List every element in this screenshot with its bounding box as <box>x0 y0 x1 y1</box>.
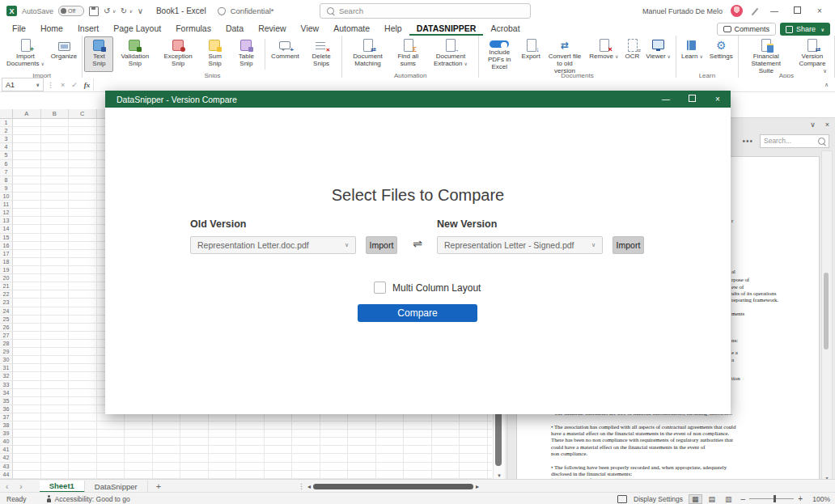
new-sheet-button[interactable]: + <box>148 481 169 491</box>
namebox-handle-icon[interactable]: ⋮ <box>44 81 57 89</box>
cell-B26[interactable] <box>41 324 70 332</box>
find-all-sums-button[interactable]: ΣFind all sums <box>392 36 425 72</box>
cell-F44[interactable] <box>153 471 181 479</box>
panel-chevron-down-icon[interactable]: ∨ <box>810 121 816 129</box>
scroll-right-icon[interactable]: ▸ <box>476 483 479 490</box>
cell-A19[interactable] <box>13 266 41 274</box>
cell-O39[interactable] <box>404 430 432 438</box>
cell-B16[interactable] <box>41 242 70 250</box>
cell-M41[interactable] <box>348 446 376 454</box>
cell-A30[interactable] <box>13 356 41 364</box>
row-header-41[interactable]: 41 <box>0 446 13 454</box>
zoom-in-icon[interactable]: + <box>798 494 803 503</box>
cell-I41[interactable] <box>236 446 265 454</box>
accessibility-status[interactable]: Accessibility: Good to go <box>55 495 130 503</box>
comments-button[interactable]: Comments <box>717 23 777 36</box>
cell-A9[interactable] <box>13 184 41 193</box>
cell-B38[interactable] <box>41 421 70 430</box>
cell-B32[interactable] <box>41 372 70 380</box>
cell-L44[interactable] <box>320 471 349 479</box>
cell-K41[interactable] <box>292 446 320 454</box>
cell-C27[interactable] <box>69 332 97 340</box>
cell-Q40[interactable] <box>460 438 488 446</box>
cell-C29[interactable] <box>69 348 97 356</box>
cell-R38[interactable] <box>488 421 493 430</box>
cell-N42[interactable] <box>376 454 405 462</box>
row-header-18[interactable]: 18 <box>0 258 13 266</box>
cell-A5[interactable] <box>13 151 41 159</box>
cell-B33[interactable] <box>41 381 70 389</box>
new-version-select[interactable]: Representation Letter - Signed.pdf ∨ <box>437 236 603 254</box>
cell-H41[interactable] <box>209 446 237 454</box>
cell-L42[interactable] <box>320 454 349 462</box>
ocr-button[interactable]: ≡OCR <box>621 36 642 72</box>
cell-B21[interactable] <box>41 282 70 290</box>
cell-C31[interactable] <box>69 364 97 372</box>
cell-C4[interactable] <box>69 143 97 151</box>
import-documents-button[interactable]: +Import Documents∨ <box>3 36 48 72</box>
exception-snip-button[interactable]: ×Exception Snip <box>156 36 199 72</box>
cell-R44[interactable] <box>488 471 493 479</box>
sheet-tab-datasnipper[interactable]: DataSnipper <box>85 481 148 493</box>
cell-H37[interactable] <box>209 413 237 421</box>
cell-E40[interactable] <box>125 438 153 446</box>
cell-H44[interactable] <box>209 471 237 479</box>
row-header-33[interactable]: 33 <box>0 381 13 389</box>
cell-J43[interactable] <box>265 463 293 471</box>
cell-K43[interactable] <box>292 463 320 471</box>
cell-B29[interactable] <box>41 348 70 356</box>
cell-G42[interactable] <box>180 454 209 462</box>
cell-G37[interactable] <box>180 413 209 421</box>
row-header-19[interactable]: 19 <box>0 266 13 274</box>
dialog-maximize-button[interactable] <box>679 95 705 104</box>
cell-D43[interactable] <box>97 463 125 471</box>
cell-A29[interactable] <box>13 348 41 356</box>
row-header-7[interactable]: 7 <box>0 168 13 176</box>
cell-L41[interactable] <box>320 446 349 454</box>
row-header-14[interactable]: 14 <box>0 225 13 233</box>
cell-O41[interactable] <box>404 446 432 454</box>
cell-N40[interactable] <box>376 438 405 446</box>
cell-A7[interactable] <box>13 168 41 176</box>
panel-vertical-scrollbar[interactable]: ▾ <box>821 150 833 481</box>
row-header-21[interactable]: 21 <box>0 282 13 290</box>
cell-C13[interactable] <box>69 217 97 225</box>
cell-P38[interactable] <box>432 421 460 430</box>
row-header-34[interactable]: 34 <box>0 389 13 397</box>
cell-K37[interactable] <box>292 413 320 421</box>
cell-I37[interactable] <box>236 413 265 421</box>
row-header-40[interactable]: 40 <box>0 438 13 446</box>
scrollbar-splitter-icon[interactable]: ⋮ <box>298 482 305 490</box>
row-header-36[interactable]: 36 <box>0 405 13 413</box>
collapse-ribbon-icon[interactable]: ∨ <box>823 68 827 74</box>
cell-A24[interactable] <box>13 307 41 316</box>
cell-A25[interactable] <box>13 316 41 324</box>
row-header-43[interactable]: 43 <box>0 463 13 471</box>
cell-G41[interactable] <box>180 446 209 454</box>
row-header-16[interactable]: 16 <box>0 242 13 250</box>
cell-A28[interactable] <box>13 340 41 348</box>
cell-C16[interactable] <box>69 242 97 250</box>
ribbon-tab-insert[interactable]: Insert <box>70 22 106 36</box>
organize-button[interactable]: Organize <box>48 36 80 72</box>
cell-L38[interactable] <box>320 421 349 430</box>
validation-snip-button[interactable]: ✓Validation Snip <box>113 36 156 72</box>
cell-A32[interactable] <box>13 372 41 380</box>
cell-P37[interactable] <box>432 413 460 421</box>
cell-E44[interactable] <box>125 471 153 479</box>
next-sheet-icon[interactable]: › <box>14 482 28 491</box>
normal-view-icon[interactable]: ▦ <box>689 495 701 503</box>
page-layout-view-icon[interactable]: ▤ <box>706 495 718 503</box>
ribbon-tab-data[interactable]: Data <box>218 22 251 36</box>
cell-F38[interactable] <box>153 421 181 430</box>
cell-C14[interactable] <box>69 225 97 233</box>
cell-D44[interactable] <box>97 471 125 479</box>
cell-L43[interactable] <box>320 463 349 471</box>
cell-G39[interactable] <box>180 430 209 438</box>
cell-R41[interactable] <box>488 446 493 454</box>
ribbon-tab-formulas[interactable]: Formulas <box>168 22 218 36</box>
cell-L37[interactable] <box>320 413 349 421</box>
cell-J41[interactable] <box>265 446 293 454</box>
share-button[interactable]: Share∨ <box>780 23 830 36</box>
cell-C22[interactable] <box>69 290 97 299</box>
